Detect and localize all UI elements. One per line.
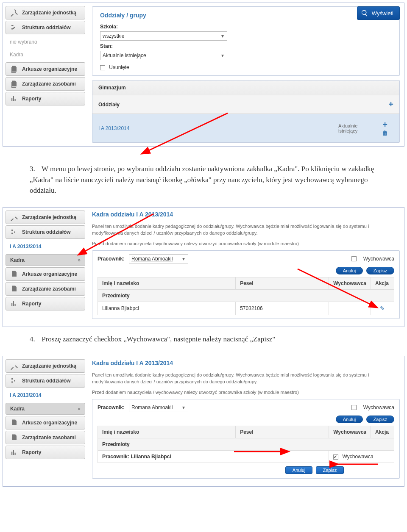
nav-sheets[interactable]: Arkusze organizacyjne xyxy=(6,62,85,76)
class-status: Aktualnieistniejący xyxy=(338,123,376,133)
school-label: Szkoła: xyxy=(100,24,392,30)
row-add-icon[interactable]: + xyxy=(376,120,393,130)
wych-checkbox-3b[interactable] xyxy=(333,454,338,460)
nav-resources-2[interactable]: Zarządzanie zasobami xyxy=(6,282,85,296)
tree-icon xyxy=(10,24,18,31)
bar-chart-icon xyxy=(10,300,18,308)
sidebar-3: Zarządzanie jednostką Struktura oddziałó… xyxy=(3,356,88,487)
col-pesel-3: Pesel xyxy=(236,426,329,438)
screenshot-2: Zarządzanie jednostką Struktura oddziałó… xyxy=(3,207,404,327)
wych-label-2: Wychowawca xyxy=(363,256,394,262)
nav-unit-2[interactable]: Zarządzanie jednostką xyxy=(6,211,85,224)
nav-sheets-label: Arkusze organizacyjne xyxy=(22,66,77,72)
annotation-arrow-3b xyxy=(325,461,380,467)
annotation-arrow-2b xyxy=(295,267,380,309)
nav-resources[interactable]: Zarządzanie zasobami xyxy=(6,77,85,91)
nav-structure-label: Struktura oddziałów xyxy=(22,25,71,30)
sidebar: Zarządzanie jednostką Struktura oddziałó… xyxy=(3,3,88,146)
sheets-icon xyxy=(10,270,18,278)
nav-selected-class-3[interactable]: I A 2013/2014 xyxy=(6,389,85,402)
annotation-arrow-2a xyxy=(79,212,160,256)
cancel-button-3b[interactable]: Anuluj xyxy=(285,466,313,474)
table-subheader: Oddziały + xyxy=(92,95,399,114)
wych-label-3a: Wychowawca xyxy=(363,405,394,410)
step-3-num: 3. xyxy=(30,163,40,175)
wych-checkbox-3a[interactable] xyxy=(351,405,357,410)
step-3: 3. W menu po lewej stronie, po wybraniu … xyxy=(0,159,407,205)
sheets-icon xyxy=(10,419,18,427)
kadra-desc1-3: Panel ten umożliwia dodanie kadry pedago… xyxy=(92,371,400,385)
save-button-3b[interactable]: Zapisz xyxy=(316,466,344,474)
trash-icon[interactable]: 🗑 xyxy=(376,130,393,136)
nav-structure-3[interactable]: Struktura oddziałów xyxy=(6,374,85,388)
tree-icon xyxy=(10,228,18,236)
show-label: Wyświetl xyxy=(372,10,393,17)
class-row[interactable]: I A 2013/2014 Aktualnieistniejący + 🗑 xyxy=(92,114,399,142)
teacher-worker-row: Pracownik: Lilianna Bjiabpcl xyxy=(98,451,329,463)
nav-sheets-2[interactable]: Arkusze organizacyjne xyxy=(6,267,85,281)
chevron-icon: » xyxy=(78,406,81,412)
annotation-arrow-1 xyxy=(143,111,232,158)
nav-selected-class[interactable]: I A 2013/2014 xyxy=(6,240,85,253)
nav-sheets-3[interactable]: Arkusze organizacyjne xyxy=(6,416,85,429)
filter-panel: Oddziały / grupy Szkoła: wszystkie Stan:… xyxy=(92,6,400,76)
resources-icon xyxy=(10,285,18,293)
search-icon xyxy=(361,9,368,17)
bar-chart-icon xyxy=(10,95,18,103)
deleted-label: Usunięte xyxy=(109,64,129,70)
state-label: Stan: xyxy=(100,43,392,49)
sidebar-2: Zarządzanie jednostką Struktura oddziałó… xyxy=(3,208,88,327)
nav-reports-3[interactable]: Raporty xyxy=(6,446,85,459)
kadra-title-3: Kadra oddziału I A 2013/2014 xyxy=(92,360,400,366)
col-action-3: Akcja xyxy=(371,426,394,438)
col-wych-3: Wychowawca xyxy=(329,426,371,438)
resources-icon xyxy=(10,80,18,88)
svg-line-0 xyxy=(147,113,228,151)
nav-resources-label: Zarządzanie zasobami xyxy=(22,81,76,87)
nav-unit-label: Zarządzanie jednostką xyxy=(22,10,76,16)
nav-unit[interactable]: Zarządzanie jednostką xyxy=(6,6,85,19)
nav-unit-3[interactable]: Zarządzanie jednostką xyxy=(6,359,85,373)
svg-line-1 xyxy=(84,214,153,252)
screenshot-3: Zarządzanie jednostką Struktura oddziałó… xyxy=(3,356,404,487)
teacher-name: Lilianna Bjiabpcl xyxy=(98,302,236,315)
tools-icon xyxy=(10,9,18,17)
main-panel-1: Wyświetl Oddziały / grupy Szkoła: wszyst… xyxy=(88,3,404,146)
step-4: 4. Proszę zaznaczyć checkbox „Wychowawca… xyxy=(0,330,407,353)
kadra-desc2-3: Przed dodaniem nauczyciela / wychowawcy … xyxy=(92,389,400,396)
add-icon[interactable]: + xyxy=(388,100,393,109)
teacher-table-3: Imię i nazwisko Pesel Wychowawca Akcja P… xyxy=(98,426,394,463)
state-select[interactable]: Aktualnie istniejące xyxy=(100,51,227,60)
worker-select-3[interactable]: Romana Abmoakil xyxy=(129,403,188,412)
col-name-3: Imię i nazwisko xyxy=(98,426,236,438)
school-select[interactable]: wszystkie xyxy=(100,31,227,41)
sheets-icon xyxy=(10,65,18,73)
nav-kadra-active[interactable]: Kadra » xyxy=(6,254,85,266)
screenshot-1: Zarządzanie jednostką Struktura oddziałó… xyxy=(3,3,404,147)
save-button-3a[interactable]: Zapisz xyxy=(366,416,394,423)
nav-resources-3[interactable]: Zarządzanie zasobami xyxy=(6,431,85,444)
tools-icon xyxy=(10,213,18,221)
nav-reports-2[interactable]: Raporty xyxy=(6,297,85,310)
nav-none-selected: nie wybrano xyxy=(6,36,85,48)
deleted-checkbox[interactable] xyxy=(100,65,105,70)
show-button[interactable]: Wyświetl xyxy=(357,6,400,20)
filter-title: Oddziały / grupy xyxy=(100,12,392,19)
svg-line-2 xyxy=(298,269,372,305)
tools-icon xyxy=(10,362,18,370)
chevron-icon: » xyxy=(78,257,81,263)
nav-kadra-3[interactable]: Kadra » xyxy=(6,403,85,415)
wych-checkbox-2[interactable] xyxy=(351,256,357,261)
worker-label-3: Pracownik: xyxy=(98,405,125,410)
pencil-icon[interactable]: ✎ xyxy=(380,305,385,312)
resources-icon xyxy=(10,434,18,441)
cancel-button-3a[interactable]: Anuluj xyxy=(336,416,363,423)
nav-structure-2[interactable]: Struktura oddziałów xyxy=(6,225,85,239)
wych-label-3b: Wychowawca xyxy=(343,454,374,460)
nav-reports[interactable]: Raporty xyxy=(6,92,85,105)
step-4-text: Proszę zaznaczyć checkbox „Wychowawca", … xyxy=(42,335,275,343)
table-header: Gimnazjum xyxy=(92,80,399,95)
step-4-num: 4. xyxy=(30,334,40,345)
nav-structure[interactable]: Struktura oddziałów xyxy=(6,21,85,34)
nav-reports-label: Raporty xyxy=(22,96,41,102)
